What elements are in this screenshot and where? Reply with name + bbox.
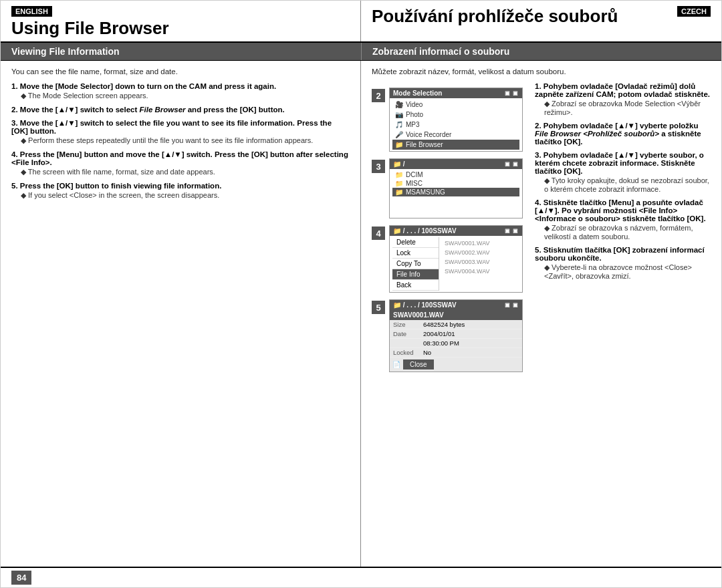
step-4-sub: The screen with file name, format, size … — [11, 168, 350, 176]
header-left: ENGLISH Using File Browser — [1, 1, 361, 41]
mode-photo: 📷 Photo — [392, 110, 519, 120]
misc-label: MISC — [406, 180, 423, 187]
info-date-label: Date — [393, 330, 423, 337]
step-1-text: Move the [Mode Selector] down to turn on… — [20, 82, 276, 90]
step-2-right-main: 2. Pohybem ovladače [▲/▼] vyberte položk… — [535, 122, 711, 146]
lang-badge-en: ENGLISH — [11, 6, 52, 17]
section-header-right: Zobrazení informací o souboru — [361, 43, 721, 60]
step-2-right-italic: File Browser <Prohlížeč souborů> — [535, 130, 659, 138]
step-5-text: Press the [OK] button to finish viewing … — [20, 182, 222, 190]
screen-icons-5: ▣ ▣ — [505, 302, 519, 308]
page: ENGLISH Using File Browser CZECH Používá… — [0, 0, 722, 588]
step-1-right: 1. Pohybem ovladače [Ovladač režimů] dol… — [535, 82, 711, 116]
step-3-right-text: Pohybem ovladače [▲/▼] vyberte soubor, o… — [535, 151, 704, 175]
intro-right: Můžete zobrazit název, formát, velikost … — [372, 67, 711, 76]
header-right: CZECH Používání prohlížeče souborů — [361, 1, 721, 41]
step-2-after: and press the [OK] button. — [186, 106, 285, 114]
step-4-right-text: Stiskněte tlačítko [Menu] a posuňte ovla… — [535, 198, 706, 223]
step-5-right-text: Stisknutím tlačítka [OK] zobrazení infor… — [535, 246, 705, 262]
step-5-number: 5. — [11, 182, 20, 190]
step-4-right-number: 4. — [535, 198, 544, 206]
info-size-label: Size — [393, 321, 423, 328]
info-time-label — [393, 339, 423, 347]
info-time-row: 08:30:00 PM — [390, 339, 522, 348]
file-2: SWAV0002.WAV — [442, 248, 517, 257]
step-4-main: 4. Press the [Menu] button and move the … — [11, 150, 350, 166]
screen-body-4: Delete Lock Copy To File Info Back SWAV0… — [390, 236, 522, 292]
screen-icons-2: ▣ ▣ — [505, 90, 519, 96]
step-3-right-number: 3. — [535, 151, 544, 159]
screen-body-3: 📁 DCIM 📁 MISC 📁 MSAMSUNG — [390, 169, 522, 218]
video-icon: 🎥 — [395, 101, 403, 108]
screen-title-bar-2: Mode Selection ▣ ▣ — [390, 88, 522, 98]
menu-back: Back — [392, 280, 439, 291]
close-button[interactable]: Close — [403, 359, 434, 370]
info-time-value: 08:30:00 PM — [423, 339, 459, 347]
step-2-italic: File Browser — [139, 106, 185, 114]
folder-dcim: 📁 DCIM — [392, 170, 519, 179]
mode-mp3: 🎵 MP3 — [392, 120, 519, 130]
step-3-number: 3. — [11, 119, 20, 127]
step-3-right-sub: Tyto kroky opakujte, dokud se nezobrazí … — [535, 176, 711, 193]
info-locked-label: Locked — [393, 349, 423, 356]
mode-photo-label: Photo — [406, 111, 423, 118]
step-4-right-sub: Zobrazí se obrazovka s názvem, formátem,… — [535, 224, 711, 241]
step-2-right-number: 2. — [535, 122, 544, 130]
step-1-main: 1. Move the [Mode Selector] down to turn… — [11, 82, 350, 90]
mode-filebrowser: 📁 File Browser — [392, 140, 519, 150]
screen-title-bar-4: 📁 / . . . / 100SSWAV ▣ ▣ — [390, 226, 522, 236]
step-3-left: 3. Move the [▲/▼] switch to select the f… — [11, 119, 350, 145]
step-2-before: Move the [▲/▼] switch to select — [20, 106, 140, 114]
screen-title-2-text: Mode Selection — [393, 90, 442, 97]
menu-list: Delete Lock Copy To File Info Back — [392, 237, 439, 291]
step-5-main: 5. Press the [OK] button to finish viewi… — [11, 182, 350, 190]
step-2-main: 2. Move the [▲/▼] switch to select File … — [11, 106, 350, 114]
msamsung-icon: 📁 — [395, 188, 403, 196]
step-1-sub: The Mode Selection screen appears. — [11, 92, 350, 100]
step-4-number: 4. — [11, 150, 20, 158]
info-date-value: 2004/01/01 — [423, 330, 455, 337]
screen-title-5-text: 📁 / . . . / 100SSWAV — [393, 301, 457, 309]
step-5-right: 5. Stisknutím tlačítka [OK] zobrazení in… — [535, 246, 711, 280]
screen-title-3-text: 📁 / — [393, 160, 405, 168]
step-4-left: 4. Press the [Menu] button and move the … — [11, 150, 350, 176]
screen-title-bar-3: 📁 / ▣ ▣ — [390, 159, 522, 169]
step-1-right-text: Pohybem ovladače [Ovladač režimů] dolů z… — [535, 82, 710, 98]
info-locked-value: No — [423, 349, 431, 356]
photo-icon: 📷 — [395, 111, 403, 118]
step-2-right: 2. Pohybem ovladače [▲/▼] vyberte položk… — [535, 122, 711, 146]
step-1-right-main: 1. Pohybem ovladače [Ovladač režimů] dol… — [535, 82, 711, 98]
title-en: Using File Browser — [11, 18, 350, 39]
info-size-value: 6482524 bytes — [423, 321, 465, 328]
screen-step-3: 3 — [372, 160, 385, 173]
menu-delete: Delete — [392, 237, 439, 248]
info-close-row: 📄 Close — [390, 357, 522, 372]
title-cz: Používání prohlížeče souborů — [372, 6, 711, 27]
file-list: SWAV0001.WAV SWAV0002.WAV SWAV0003.WAV S… — [439, 237, 519, 291]
right-column: Můžete zobrazit název, formát, velikost … — [361, 61, 721, 567]
screen-step-5: 5 — [372, 301, 385, 314]
info-locked-row: Locked No — [390, 348, 522, 357]
info-size-row: Size 6482524 bytes — [390, 320, 522, 329]
step-3-right-main: 3. Pohybem ovladače [▲/▼] vyberte soubor… — [535, 151, 711, 175]
info-date-row: Date 2004/01/01 — [390, 329, 522, 339]
mode-voice: 🎤 Voice Recorder — [392, 130, 519, 140]
file-3: SWAV0003.WAV — [442, 257, 517, 267]
screen-step-4: 4 — [372, 227, 385, 240]
mode-video-label: Video — [406, 101, 423, 108]
step-4-right-main: 4. Stiskněte tlačítko [Menu] a posuňte o… — [535, 198, 711, 223]
intro-left: You can see the file name, format, size … — [11, 67, 350, 76]
step-1-right-number: 1. — [535, 82, 544, 90]
header: ENGLISH Using File Browser CZECH Používá… — [1, 1, 721, 43]
msamsung-label: MSAMSUNG — [406, 188, 445, 196]
mode-mp3-label: MP3 — [406, 121, 420, 128]
step-1-right-sub: Zobrazí se obrazovka Mode Selection <Výb… — [535, 100, 711, 116]
voice-icon: 🎤 — [395, 131, 403, 138]
right-content-inner: 2 Mode Selection ▣ ▣ 🎥 Video — [372, 82, 711, 380]
step-3-right: 3. Pohybem ovladače [▲/▼] vyberte soubor… — [535, 151, 711, 193]
step-3-main: 3. Move the [▲/▼] switch to select the f… — [11, 119, 350, 135]
step-5-sub: If you select <Close> in the screen, the… — [11, 191, 350, 200]
menu-fileinfo: File Info — [392, 269, 439, 280]
menu-screen: 📁 / . . . / 100SSWAV ▣ ▣ Delete Lock Cop… — [389, 225, 523, 293]
screen-wrapper-2: 2 Mode Selection ▣ ▣ 🎥 Video — [372, 88, 523, 152]
